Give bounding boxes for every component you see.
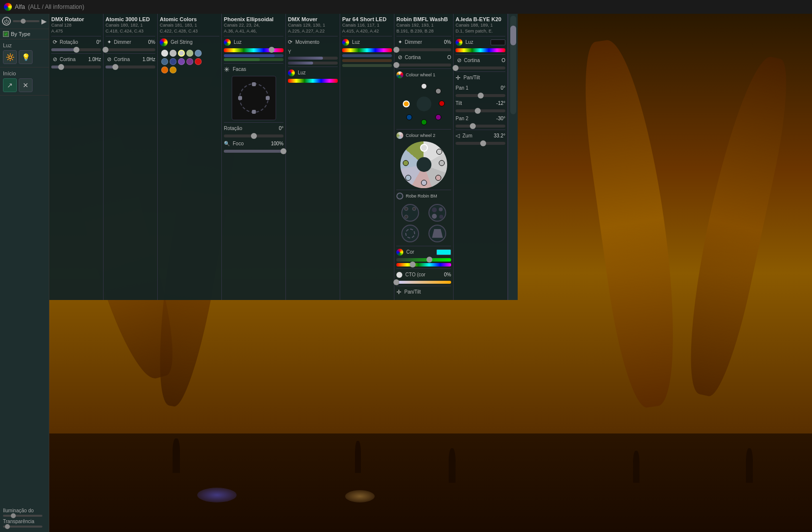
- by-type-checkbox[interactable]: ✓: [3, 31, 9, 37]
- sidebar-top: ⏻ ▶: [0, 14, 49, 29]
- luz-slider-par64[interactable]: [342, 48, 392, 52]
- luz-slider3-phoenix[interactable]: [224, 58, 283, 61]
- scrollbar-track[interactable]: [510, 16, 516, 114]
- gel-dot-8[interactable]: [186, 58, 193, 65]
- movimento-label: Movimento: [295, 39, 319, 45]
- gobo-wheel-left[interactable]: [401, 204, 419, 222]
- cto-value: 0%: [444, 272, 451, 277]
- movimento-slider-y[interactable]: [288, 62, 338, 65]
- panel-dmx-mover-title: DMX Mover: [288, 16, 338, 23]
- gel-string-icon: [160, 38, 168, 46]
- gel-dot-4[interactable]: [195, 50, 202, 57]
- cor-slider-2[interactable]: [396, 263, 451, 266]
- gobo-control[interactable]: [232, 76, 276, 120]
- panel-robin-subtitle: Canais 192, 193, 1B.191, B.239, B.28: [396, 23, 451, 34]
- rotacao-value-phoenix: 0°: [279, 126, 283, 131]
- inicio-icon-1[interactable]: ↗: [3, 78, 17, 92]
- cortina-value-2: 1.0Hz: [142, 57, 155, 62]
- luz-label-dmxmover: Luz: [298, 70, 306, 75]
- tilt-slider[interactable]: [456, 109, 505, 112]
- luz-swatch-aleda: [491, 39, 505, 45]
- pan1-slider[interactable]: [456, 94, 505, 97]
- title-bar: Alfa (ALL / All information): [0, 0, 812, 14]
- gel-dot-2[interactable]: [178, 50, 185, 57]
- facas-icon: ✳: [224, 66, 230, 73]
- luz-icon-1[interactable]: 🔆: [3, 50, 17, 64]
- iluminacao-slider[interactable]: [3, 515, 42, 517]
- dimmer-icon-1: ✦: [106, 39, 112, 46]
- cortina-slider-1[interactable]: [51, 66, 101, 68]
- panel-par64-title: Par 64 Short LED: [342, 16, 392, 23]
- cor-label: Cor: [406, 249, 414, 255]
- panel-phoenix: Phoenix Ellipsoidal Canais 22, 23, 24,A.…: [222, 14, 286, 300]
- dimmer-value-1: 0%: [148, 39, 155, 45]
- scrollbar-thumb[interactable]: [510, 26, 516, 45]
- power-icon[interactable]: ⏻: [2, 17, 11, 26]
- panel-dmx-mover: DMX Mover Canais 129, 130, 1A.225, A.227…: [286, 14, 340, 300]
- iluminacao-label: Iluminação do: [3, 508, 46, 513]
- luz-slider2-phoenix[interactable]: [224, 54, 283, 57]
- cortina-slider-aleda[interactable]: [456, 66, 505, 69]
- gel-dot-0[interactable]: [161, 50, 168, 57]
- rotacao-label: Rotação: [60, 39, 78, 45]
- colour-wheel-2[interactable]: [400, 141, 447, 188]
- dimmer-label-1: Dimmer: [114, 39, 131, 45]
- cor-icon: [396, 249, 403, 256]
- zum-label: Zum: [462, 133, 472, 138]
- colour-wheel-1[interactable]: [400, 81, 447, 128]
- gel-dot-9[interactable]: [195, 58, 202, 65]
- app-icon: [4, 3, 12, 11]
- gel-dot-7[interactable]: [178, 58, 185, 65]
- gobo-wheel-mid[interactable]: [428, 204, 446, 222]
- pan2-slider[interactable]: [456, 125, 505, 128]
- gel-dot-5[interactable]: [161, 58, 168, 65]
- inicio-icon-2[interactable]: ✕: [19, 78, 33, 92]
- luz-slider-phoenix[interactable]: [224, 48, 283, 52]
- left-sidebar: ⏻ ▶ ✓ By Type Luz 🔆 💡 Início ↗ ✕: [0, 14, 49, 532]
- cor-swatch[interactable]: [436, 249, 451, 255]
- cortina-slider-2[interactable]: [106, 66, 155, 68]
- zum-value: 33.2°: [494, 133, 505, 138]
- inicio-section: Início ↗ ✕: [0, 67, 49, 96]
- dimmer-slider-1[interactable]: [106, 48, 155, 51]
- cw1-icon: [396, 71, 403, 78]
- gobo-shape[interactable]: [428, 225, 446, 242]
- sidebar-bottom: Iluminação do Transparência: [0, 505, 49, 532]
- foco-value: 100%: [271, 141, 283, 146]
- dimmer-slider-robin[interactable]: [396, 48, 451, 51]
- luz-slider-aleda[interactable]: [456, 48, 505, 52]
- panel-dmx-rotator-subtitle: Canal 128A.475: [51, 23, 101, 34]
- cortina-slider-robin[interactable]: [396, 64, 451, 66]
- luz-slider-dmxmover[interactable]: [288, 79, 338, 83]
- cortina-value-aleda: O: [501, 58, 505, 63]
- gel-dot-6[interactable]: [170, 58, 177, 65]
- gel-dot-11[interactable]: [170, 66, 177, 73]
- cto-label: CTO (cor: [405, 272, 425, 277]
- panel-par64: Par 64 Short LED Canais 116, 117, 1A.415…: [340, 14, 394, 300]
- panel-atomic-colors-subtitle: Canais 181, 183, 1C.422, C.428, C.43: [160, 23, 219, 34]
- panel-atomic-colors-title: Atomic Colors: [160, 16, 219, 23]
- pan-tilt-label-robin: Pan/Tilt: [404, 289, 421, 295]
- gel-dot-1[interactable]: [170, 50, 177, 57]
- cw2-icon: [396, 132, 403, 139]
- transparencia-slider[interactable]: [3, 526, 42, 528]
- collapse-arrow[interactable]: ▶: [41, 17, 47, 25]
- luz-icon-2[interactable]: 💡: [19, 50, 33, 64]
- cortina-icon-2: ⊘: [106, 56, 112, 63]
- par64-slider-3[interactable]: [342, 59, 392, 62]
- par64-slider-4[interactable]: [342, 64, 392, 67]
- foco-slider[interactable]: [224, 150, 283, 153]
- gel-dot-3[interactable]: [186, 50, 193, 57]
- gel-dot-10[interactable]: [161, 66, 168, 73]
- rotacao-slider-phoenix[interactable]: [224, 134, 283, 137]
- movimento-slider-x[interactable]: [288, 57, 338, 60]
- gobo-spinner[interactable]: [401, 225, 419, 242]
- cto-slider[interactable]: [396, 281, 451, 284]
- par64-slider-2[interactable]: [342, 54, 392, 57]
- cor-slider-1[interactable]: [396, 258, 451, 262]
- rotacao-slider[interactable]: [51, 48, 101, 51]
- cw1-label: Colour wheel 1: [406, 72, 435, 77]
- luz-label-aleda: Luz: [465, 39, 473, 45]
- zum-slider[interactable]: [456, 142, 505, 145]
- master-slider[interactable]: [13, 20, 39, 22]
